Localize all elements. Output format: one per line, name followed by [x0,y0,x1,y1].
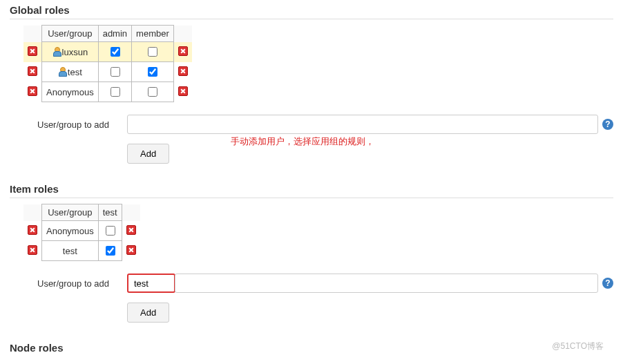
table-row: Anonymous [23,221,140,241]
user-icon [52,47,61,55]
row-name: test [63,246,77,256]
spacer [122,204,140,221]
col-usergroup: User/group [42,26,99,42]
help-icon[interactable]: ? [602,278,613,289]
spacer [23,26,42,42]
col-member: member [132,26,174,42]
delete-icon[interactable] [28,86,37,96]
delete-icon[interactable] [126,225,136,235]
delete-icon[interactable] [28,46,37,56]
user-icon [58,67,66,75]
watermark: @51CTO博客 [552,341,604,352]
col-admin: admin [98,26,131,42]
row-name: test [68,67,82,77]
table-row: luxsun [23,42,192,62]
item-roles-heading: Item roles [10,183,613,198]
delete-icon[interactable] [178,86,188,96]
add-button[interactable]: Add [127,144,169,164]
add-button[interactable]: Add [127,303,169,323]
global-roles-heading: Global roles [10,4,613,19]
usergroup-add-label: User/group to add [37,119,127,130]
row-name: Anonymous [46,87,94,97]
checkbox-member[interactable] [148,47,157,57]
table-row: test [23,241,140,261]
checkbox-admin[interactable] [111,67,120,77]
checkbox-member[interactable] [148,87,157,97]
col-test: test [98,204,122,221]
checkbox-admin[interactable] [111,47,120,57]
spacer [173,26,192,42]
table-row: Anonymous [23,82,192,102]
global-roles-table: User/group admin member luxsun test Anon… [23,25,192,102]
spacer [23,204,42,221]
table-row: test [23,62,192,82]
delete-icon[interactable] [28,225,37,235]
delete-icon[interactable] [178,46,188,56]
col-usergroup: User/group [42,204,99,221]
checkbox-member[interactable] [148,67,157,77]
checkbox-test[interactable] [106,226,115,236]
row-name: luxsun [62,47,88,57]
item-roles-table: User/group test Anonymous test [23,204,140,261]
delete-icon[interactable] [28,66,37,76]
checkbox-admin[interactable] [111,87,120,97]
delete-icon[interactable] [126,245,136,255]
delete-icon[interactable] [178,66,188,76]
help-icon[interactable]: ? [602,119,613,130]
usergroup-add-input[interactable] [127,274,175,293]
usergroup-add-input-rest[interactable] [175,274,598,293]
annotation-text: 手动添加用户，选择应用组的规则， [231,135,374,148]
row-name: Anonymous [46,226,94,236]
checkbox-test[interactable] [106,246,115,256]
node-roles-heading: Node roles [10,342,613,356]
usergroup-add-input[interactable] [127,115,598,134]
usergroup-add-label: User/group to add [37,278,127,289]
delete-icon[interactable] [28,245,37,255]
